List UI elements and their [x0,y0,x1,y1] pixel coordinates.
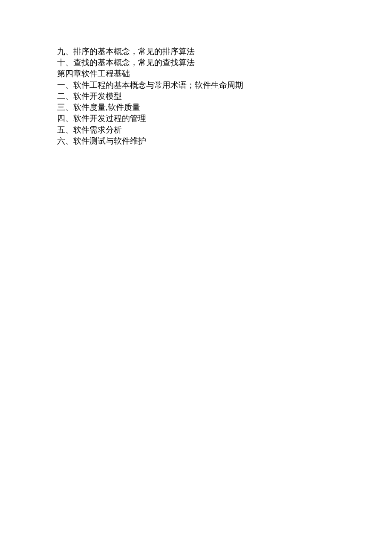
outline-item-10: 十、查找的基本概念，常见的查找算法 [57,57,392,68]
outline-item-3: 三、软件度量,软件质量 [57,102,392,113]
outline-item-5: 五、软件需求分析 [57,124,392,136]
outline-item-1: 一、软件工程的基本概念与常用术语；软件生命周期 [57,80,392,91]
outline-item-4: 四、软件开发过程的管理 [57,113,392,124]
outline-item-9: 九、排序的基本概念，常见的排序算法 [57,46,392,57]
chapter-4-heading: 第四章软件工程基础 [57,68,392,79]
outline-item-6: 六、软件测试与软件维护 [57,136,392,147]
outline-item-2: 二、软件开发模型 [57,91,392,102]
